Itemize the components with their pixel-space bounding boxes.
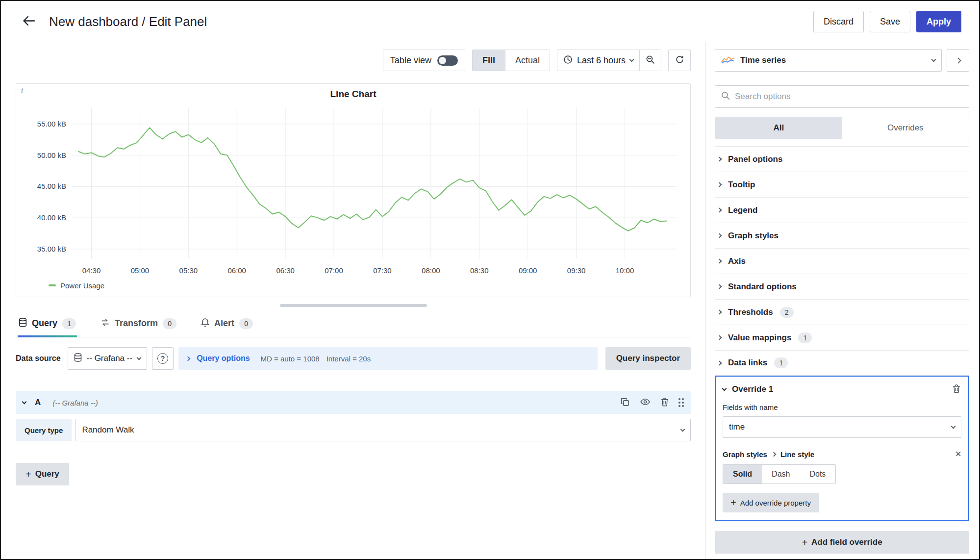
chevron-right-icon — [717, 233, 722, 238]
search-input[interactable] — [735, 92, 963, 102]
options-sidebar: Time series All Overrides — [705, 42, 979, 559]
chevron-right-icon — [717, 182, 722, 187]
tab-transform-label: Transform — [115, 318, 158, 329]
chevron-right-icon — [717, 335, 722, 340]
svg-text:06:00: 06:00 — [227, 266, 246, 275]
collapse-options-pane-button[interactable] — [947, 49, 969, 72]
chevron-down-icon — [680, 427, 685, 432]
back-arrow-icon — [22, 15, 35, 28]
add-field-override-button[interactable]: + Add field override — [715, 531, 969, 554]
discard-button[interactable]: Discard — [813, 11, 864, 32]
panel-info-icon[interactable]: i — [21, 87, 23, 95]
line-chart[interactable]: 04:3005:0005:3006:0006:3007:0007:3008:00… — [26, 102, 680, 279]
remove-property-button[interactable]: × — [955, 449, 961, 459]
line-style-solid[interactable]: Solid — [723, 465, 762, 484]
panel-resize-handle[interactable] — [280, 304, 427, 307]
query-row-a: A (-- Grafana --) — [16, 391, 691, 441]
help-icon: ? — [157, 353, 168, 364]
query-row-header[interactable]: A (-- Grafana --) — [16, 391, 691, 414]
section-tooltip[interactable]: Tooltip — [715, 172, 969, 197]
fields-with-name-select[interactable]: time — [723, 416, 961, 438]
table-view-toggle[interactable] — [437, 55, 458, 66]
zoom-out-button[interactable] — [639, 50, 661, 71]
section-panel-options[interactable]: Panel options — [715, 146, 969, 172]
svg-text:07:30: 07:30 — [373, 266, 391, 275]
query-options-label: Query options — [197, 354, 250, 363]
back-button[interactable] — [19, 12, 38, 31]
chevron-right-icon — [717, 310, 722, 315]
override-property-row: Graph styles Line style × — [723, 449, 961, 459]
filter-overrides[interactable]: Overrides — [842, 117, 969, 139]
plus-icon: + — [802, 537, 807, 547]
override-1-title: Override 1 — [732, 384, 773, 394]
save-button[interactable]: Save — [870, 11, 910, 32]
filter-all[interactable]: All — [715, 117, 842, 139]
panel-editor-window: New dashboard / Edit Panel Discard Save … — [0, 0, 980, 560]
add-field-override-label: Add field override — [811, 537, 882, 547]
collapse-query-icon[interactable] — [22, 399, 27, 404]
section-standard-options[interactable]: Standard options — [715, 274, 969, 299]
add-override-property-button[interactable]: + Add override property — [723, 493, 819, 512]
line-style-dash[interactable]: Dash — [762, 465, 800, 484]
tab-alert[interactable]: Alert 0 — [200, 312, 254, 337]
query-options-bar[interactable]: Query options MD = auto = 1008 Interval … — [178, 347, 598, 370]
tab-query-label: Query — [32, 318, 57, 329]
drag-grip-icon[interactable] — [678, 398, 684, 407]
override-property-group: Graph styles — [723, 450, 767, 458]
add-query-button[interactable]: + Query — [16, 463, 69, 485]
clock-icon — [563, 55, 573, 66]
datasource-label: Data source — [16, 354, 61, 363]
time-range-picker[interactable]: Last 6 hours — [557, 50, 639, 71]
section-axis[interactable]: Axis — [715, 248, 969, 274]
chevron-down-icon — [951, 424, 956, 429]
legend-series-label[interactable]: Power Usage — [60, 281, 104, 290]
plus-icon: + — [730, 498, 736, 508]
page-title: New dashboard / Edit Panel — [49, 14, 207, 29]
trash-icon — [661, 398, 669, 408]
bell-icon — [201, 318, 209, 329]
query-inspector-button[interactable]: Query inspector — [605, 347, 691, 370]
chevron-right-icon — [717, 208, 722, 213]
delete-override-button[interactable] — [952, 383, 961, 396]
line-style-dots[interactable]: Dots — [800, 465, 835, 484]
hide-query-button[interactable] — [639, 397, 651, 408]
refresh-button[interactable] — [668, 50, 691, 71]
table-view-label: Table view — [390, 55, 431, 66]
database-icon — [74, 353, 82, 364]
fill-option[interactable]: Fill — [473, 50, 505, 71]
tab-query[interactable]: Query 1 — [18, 312, 77, 337]
section-value-mappings[interactable]: Value mappings 1 — [715, 325, 969, 350]
query-row-datasource: (-- Grafana --) — [52, 399, 98, 407]
svg-text:05:00: 05:00 — [131, 266, 149, 275]
query-type-value: Random Walk — [82, 425, 134, 435]
section-data-links[interactable]: Data links 1 — [715, 350, 969, 376]
query-type-select[interactable]: Random Walk — [75, 419, 691, 441]
datasource-help-button[interactable]: ? — [152, 347, 174, 370]
copy-icon — [621, 398, 629, 408]
chevron-down-icon — [629, 57, 634, 62]
chevron-right-icon — [955, 57, 961, 64]
delete-query-button[interactable] — [660, 397, 670, 409]
table-view-control: Table view — [383, 50, 465, 71]
actual-option[interactable]: Actual — [505, 50, 550, 71]
time-range-label: Last 6 hours — [577, 55, 626, 66]
eye-icon — [640, 398, 650, 407]
legend-series-swatch — [49, 284, 56, 286]
section-legend[interactable]: Legend — [715, 197, 969, 223]
options-section-list: Panel options Tooltip Legend Graph style… — [715, 146, 969, 376]
thresholds-count: 2 — [780, 307, 794, 318]
visualization-picker[interactable]: Time series — [715, 49, 942, 72]
svg-text:06:30: 06:30 — [276, 266, 294, 275]
database-icon — [19, 318, 27, 329]
tab-transform[interactable]: Transform 0 — [100, 312, 177, 337]
chevron-right-icon — [717, 284, 722, 289]
apply-button[interactable]: Apply — [916, 11, 961, 32]
datasource-select[interactable]: -- Grafana -- — [68, 347, 148, 370]
section-graph-styles[interactable]: Graph styles — [715, 223, 969, 248]
section-thresholds[interactable]: Thresholds 2 — [715, 299, 969, 325]
header-bar: New dashboard / Edit Panel Discard Save … — [1, 1, 979, 42]
chevron-right-icon — [186, 356, 191, 361]
duplicate-query-button[interactable] — [620, 397, 630, 409]
refresh-icon — [675, 55, 684, 66]
override-1-header[interactable]: Override 1 — [723, 382, 961, 396]
